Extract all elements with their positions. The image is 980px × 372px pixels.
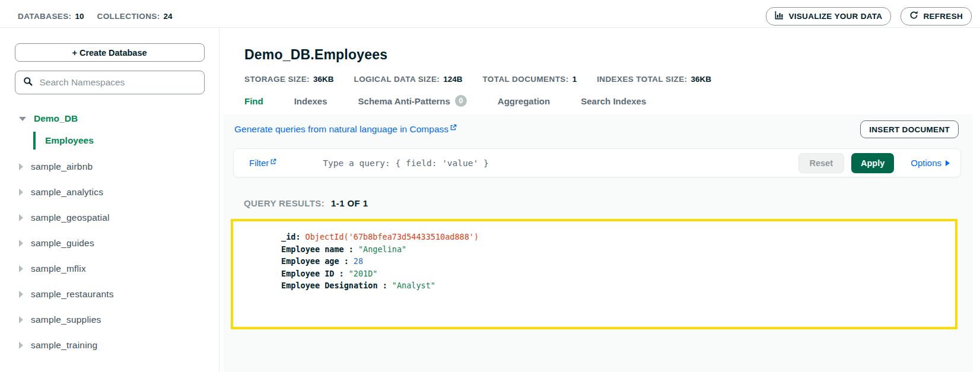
refresh-button[interactable]: REFRESH	[901, 7, 972, 26]
sidebar-item-demo-db[interactable]: Demo_DB	[0, 109, 219, 129]
field-separator: :	[339, 256, 349, 266]
field-key: Employee name	[281, 244, 344, 254]
collection-stats: STORAGE SIZE: 36KB LOGICAL DATA SIZE: 12…	[244, 75, 980, 84]
document-field-employee-id[interactable]: Employee ID :"201D"	[281, 268, 955, 280]
namespaces-sidebar: + Create Database Demo_DB Employees samp…	[0, 28, 219, 372]
sidebar-item-employees[interactable]: Employees	[33, 132, 219, 150]
database-label: sample_geospatial	[31, 212, 110, 223]
collection-view: Demo_DB.Employees STORAGE SIZE: 36KB LOG…	[219, 28, 980, 372]
field-separator: :	[378, 281, 387, 290]
query-input[interactable]: Type a query: { field: 'value' }	[323, 158, 798, 168]
apply-button[interactable]: Apply	[851, 153, 894, 173]
databases-count: 10	[75, 12, 84, 21]
document-field-id[interactable]: _id:ObjectId('67b8bfea73d54433510ad888')	[281, 231, 955, 243]
generate-queries-link[interactable]: Generate queries from natural language i…	[234, 124, 457, 135]
logical-data-size-stat: LOGICAL DATA SIZE: 124B	[354, 75, 462, 84]
chevron-right-icon	[19, 316, 23, 323]
collections-stat: COLLECTIONS: 24	[97, 12, 173, 21]
stat-label: TOTAL DOCUMENTS:	[482, 75, 568, 84]
query-results-line: QUERY RESULTS: 1-1 OF 1	[244, 198, 973, 209]
storage-size-stat: STORAGE SIZE: 36KB	[244, 75, 333, 84]
field-separator: :	[295, 232, 300, 241]
tab-schema-anti-patterns[interactable]: Schema Anti-Patterns 0	[358, 95, 467, 107]
document-card[interactable]: _id:ObjectId('67b8bfea73d54433510ad888')…	[231, 219, 957, 329]
sidebar-item-sample-supplies[interactable]: sample_supplies	[0, 307, 219, 332]
stat-label: INDEXES TOTAL SIZE:	[597, 75, 687, 84]
sidebar-item-sample-training[interactable]: sample_training	[0, 332, 219, 358]
document-field-employee-name[interactable]: Employee name :"Angelina"	[281, 243, 955, 256]
sidebar-item-sample-airbnb[interactable]: sample_airbnb	[0, 154, 219, 179]
field-value: "Analyst"	[392, 281, 435, 290]
field-value: 28	[354, 256, 363, 266]
refresh-icon	[909, 11, 918, 21]
visualize-your-data-label: VISUALIZE YOUR DATA	[788, 12, 882, 21]
field-value: "201D"	[349, 269, 378, 278]
chevron-right-icon	[19, 214, 23, 221]
external-link-icon	[450, 123, 457, 133]
field-separator: :	[334, 269, 343, 278]
tab-label: Find	[244, 96, 263, 106]
tab-search-indexes[interactable]: Search Indexes	[581, 95, 646, 107]
triangle-right-icon	[946, 160, 950, 166]
tab-label: Aggregation	[498, 96, 550, 106]
databases-label: DATABASES:	[18, 12, 72, 21]
stat-value: 1	[572, 75, 577, 84]
filter-link[interactable]: Filter	[249, 158, 276, 168]
sidebar-item-sample-analytics[interactable]: sample_analytics	[0, 179, 219, 205]
sidebar-item-sample-geospatial[interactable]: sample_geospatial	[0, 205, 219, 230]
databases-stat: DATABASES: 10	[18, 12, 84, 21]
database-label: sample_analytics	[31, 187, 103, 198]
chevron-right-icon	[19, 189, 23, 196]
top-bar: DATABASES: 10 COLLECTIONS: 24 VISUALIZE …	[0, 0, 980, 28]
chevron-right-icon	[19, 342, 23, 349]
tab-aggregation[interactable]: Aggregation	[498, 95, 550, 107]
namespace-tree: Demo_DB Employees sample_airbnb sample_a…	[0, 109, 219, 358]
chevron-right-icon	[19, 163, 23, 170]
tab-label: Search Indexes	[581, 96, 646, 106]
stat-value: 36KB	[691, 75, 712, 84]
search-namespaces-input[interactable]	[39, 77, 196, 88]
generate-queries-label: Generate queries from natural language i…	[234, 124, 448, 135]
topbar-buttons: VISUALIZE YOUR DATA REFRESH	[766, 7, 972, 26]
sidebar-item-sample-guides[interactable]: sample_guides	[0, 230, 219, 256]
sidebar-item-sample-restaurants[interactable]: sample_restaurants	[0, 281, 219, 307]
field-value: ObjectId('67b8bfea73d54433510ad888')	[306, 232, 479, 241]
database-label: Demo_DB	[34, 113, 78, 124]
database-label: sample_training	[31, 340, 97, 351]
tab-find[interactable]: Find	[244, 95, 263, 107]
total-documents-stat: TOTAL DOCUMENTS: 1	[482, 75, 577, 84]
tab-label: Indexes	[294, 96, 327, 106]
reset-button[interactable]: Reset	[798, 153, 845, 173]
page-title: Demo_DB.Employees	[244, 47, 980, 63]
filter-bar: Filter Type a query: { field: 'value' } …	[233, 148, 961, 177]
sidebar-item-sample-mflix[interactable]: sample_mflix	[0, 256, 219, 281]
database-label: sample_mflix	[31, 263, 86, 274]
chevron-right-icon	[19, 240, 23, 247]
search-namespaces-box[interactable]	[15, 71, 205, 94]
tab-indexes[interactable]: Indexes	[294, 95, 327, 107]
chevron-right-icon	[19, 265, 23, 272]
tab-label: Schema Anti-Patterns	[358, 96, 450, 106]
field-key: Employee age	[281, 256, 339, 266]
stat-value: 124B	[443, 75, 462, 84]
create-database-button[interactable]: + Create Database	[15, 43, 205, 62]
collection-tabs: Find Indexes Schema Anti-Patterns 0 Aggr…	[244, 95, 980, 115]
external-link-icon	[270, 157, 276, 167]
indexes-total-size-stat: INDEXES TOTAL SIZE: 36KB	[597, 75, 711, 84]
filter-label: Filter	[249, 158, 269, 168]
query-results-count: 1-1 OF 1	[331, 198, 368, 208]
document-field-employee-age[interactable]: Employee age :28	[281, 255, 955, 268]
collection-label: Employees	[45, 135, 94, 145]
options-button[interactable]: Options	[911, 158, 950, 168]
document-field-employee-designation[interactable]: Employee Designation :"Analyst"	[281, 279, 955, 292]
find-panel: Generate queries from natural language i…	[224, 115, 973, 372]
field-key: _id	[281, 232, 295, 241]
field-separator: :	[344, 244, 354, 254]
database-label: sample_airbnb	[31, 161, 93, 172]
collections-count: 24	[164, 12, 173, 21]
insert-document-button[interactable]: INSERT DOCUMENT	[860, 120, 959, 138]
visualize-your-data-button[interactable]: VISUALIZE YOUR DATA	[766, 7, 891, 26]
stat-label: LOGICAL DATA SIZE:	[354, 75, 440, 84]
collection-header: Demo_DB.Employees STORAGE SIZE: 36KB LOG…	[219, 28, 980, 115]
options-label: Options	[911, 158, 941, 168]
